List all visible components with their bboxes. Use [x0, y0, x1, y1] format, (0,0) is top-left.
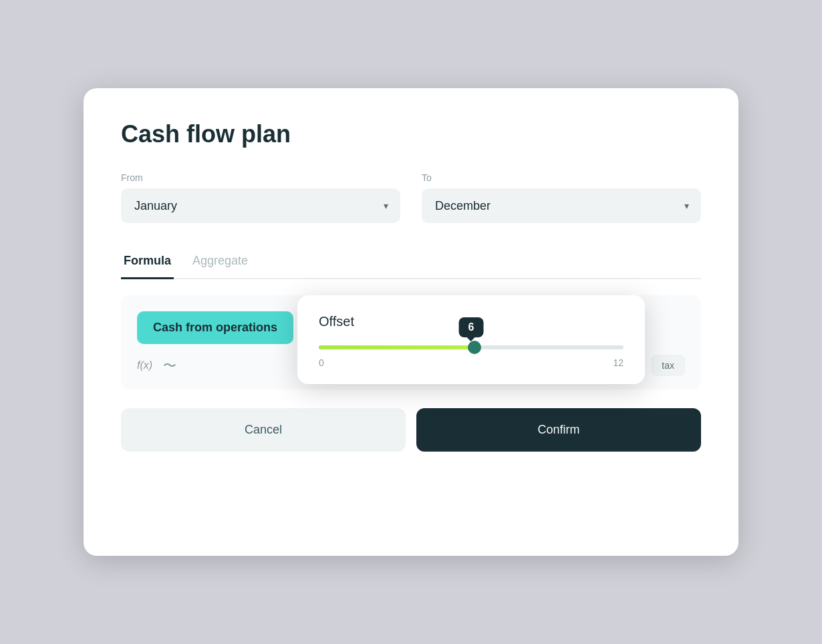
date-row: From January February March April May Ju…	[121, 172, 701, 223]
confirm-button[interactable]: Confirm	[416, 408, 701, 452]
tab-formula[interactable]: Formula	[121, 247, 174, 279]
slider-max-label: 12	[613, 357, 624, 368]
to-label: To	[422, 172, 701, 183]
slider-track	[319, 345, 624, 349]
to-select-wrapper: January February March April May June Ju…	[422, 188, 701, 223]
chip-cash-from-operations[interactable]: Cash from operations	[137, 311, 293, 344]
chart-icon: 〜	[163, 357, 176, 375]
from-select-wrapper: January February March April May June Ju…	[121, 188, 400, 223]
from-label: From	[121, 172, 400, 183]
slider-fill	[319, 345, 474, 349]
slider-tooltip: 6	[459, 317, 484, 337]
to-select[interactable]: January February March April May June Ju…	[422, 188, 701, 223]
tabs-row: Formula Aggregate	[121, 247, 701, 279]
from-select[interactable]: January February March April May June Ju…	[121, 188, 400, 223]
action-row: Cancel Confirm	[121, 408, 701, 452]
slider-thumb[interactable]	[468, 341, 481, 354]
slider-labels: 0 12	[319, 357, 624, 368]
slider-container: 6	[319, 345, 624, 349]
fx-label: f(x)	[137, 359, 152, 371]
offset-popup: Offset 6 0 12	[297, 295, 645, 384]
main-card: Cash flow plan From January February Mar…	[84, 88, 738, 556]
from-field: From January February March April May Ju…	[121, 172, 400, 223]
tax-chip: tax	[651, 355, 685, 376]
to-field: To January February March April May June…	[422, 172, 701, 223]
cancel-button[interactable]: Cancel	[121, 408, 406, 452]
slider-min-label: 0	[319, 357, 324, 368]
page-title: Cash flow plan	[121, 120, 701, 148]
tab-aggregate[interactable]: Aggregate	[190, 247, 251, 279]
